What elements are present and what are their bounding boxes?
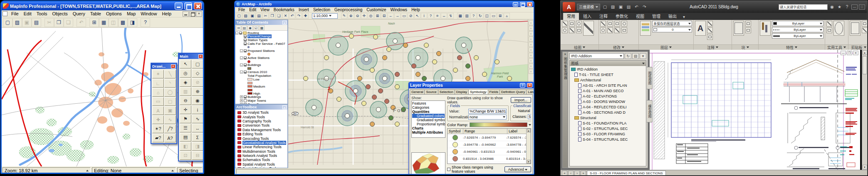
insert-block-icon[interactable] [733,21,744,36]
label-icon[interactable]: ⚑ [180,115,191,123]
qat-new-icon[interactable]: ▢ [602,4,608,10]
stretch-icon[interactable] [614,21,620,27]
clear-selection-icon[interactable]: ⊘ [408,13,414,19]
arc-tool-icon[interactable]: ◝ [164,79,176,88]
delete-icon[interactable]: ✕ [282,13,289,19]
paste-icon[interactable]: ❏ [276,13,282,19]
sheet-item[interactable]: A-03 - DOORS WINDOW [570,99,646,104]
lineweight-combobox[interactable]: ByLayer [772,33,823,39]
menu-item[interactable]: Edit [247,7,258,12]
forward-extent-icon[interactable]: → [394,13,401,19]
table-icon[interactable] [707,34,713,40]
qat-plot-icon[interactable]: ▤ [626,4,632,10]
frame-tool-icon[interactable]: ▣ [164,106,176,115]
marquee-select-icon[interactable]: ▢ [192,60,203,68]
change-zoom-icon[interactable]: ◉ [192,96,203,105]
symbol-tool-icon[interactable]: ✶ [152,70,164,78]
close-icon[interactable]: ✕ [564,53,566,56]
legend-icon[interactable]: ▤ [180,133,191,142]
panel-label[interactable]: 特性 [759,44,825,50]
menu-item[interactable]: Window [138,11,159,17]
assign-selected-icon[interactable]: ◨ [192,142,203,151]
normalization-combobox[interactable]: none [468,115,507,120]
menu-item[interactable]: File [236,7,247,12]
line-icon[interactable] [562,21,568,27]
toc-layer-row[interactable]: Total Population [235,74,287,78]
status-zoom[interactable]: Zoom: 18.92 km [2,167,91,174]
toc-layer-row[interactable]: Station Types [235,38,287,42]
cut-clip-icon[interactable] [862,27,867,33]
visibility-checkbox[interactable] [244,64,247,66]
maximize-button[interactable] [184,2,192,10]
arctoolbox-icon[interactable]: ▦ [457,13,463,19]
layer-label[interactable]: Active Stations [247,56,270,60]
line-style-icon[interactable]: ╱? [164,125,176,133]
sheet-item[interactable]: S-02 - STRUCTURAL SEC [570,126,646,131]
select-features-icon[interactable]: ▭ [401,13,407,19]
dialog-tab[interactable]: Labels [526,89,534,94]
print-icon[interactable]: ▤ [256,13,262,19]
menu-item[interactable]: View [258,7,272,12]
arc-icon[interactable] [576,21,582,27]
toc-layer-row[interactable]: -Census 2010 [235,71,287,74]
polygon-tool-icon[interactable]: ⌂ [152,88,164,97]
close-button[interactable] [527,2,532,7]
toolbox-item[interactable]: Network Analyst Tools [235,154,287,158]
scroll-up-icon[interactable]: ▲ [863,50,867,55]
help-icon[interactable]: ? [520,83,525,88]
autocad-titlebar[interactable]: A 三维建模 ▢ ▨ ▣ ▤ ↶ ↷ AutoCAD 2011 SBldg.dw… [561,1,867,13]
region-style-icon[interactable]: ▰? [152,134,164,142]
dialog-tab[interactable]: Selection [438,89,455,94]
menu-item[interactable]: Help [409,7,422,12]
clip-region-on-icon[interactable]: ⊡ [180,151,191,160]
mirror-icon[interactable] [607,27,613,33]
undo-icon[interactable]: ↶ [289,13,295,19]
sheet-list-header[interactable]: 图纸 [570,61,646,66]
cut-icon[interactable]: ✂ [45,18,54,27]
qat-redo-icon[interactable]: ↷ [641,4,648,10]
table-scrollbar[interactable]: ▲ ▼ [526,129,531,164]
visibility-checkbox[interactable] [244,71,247,73]
layer-label[interactable]: Low [253,78,260,81]
clip-region-icon[interactable]: ⊟ [192,151,203,160]
radius-select-icon[interactable]: ◎ [180,69,191,78]
publish-icon[interactable]: ▤ [632,53,639,59]
qat-save-icon[interactable]: ▣ [618,4,624,10]
ribbon-tab[interactable]: 参数化 [612,12,632,20]
color-ramp-combobox[interactable] [470,122,527,127]
menu-item[interactable]: Geoprocessing [332,7,364,12]
tab-sheet-views[interactable]: 图纸视图 [647,67,653,89]
drag-map-window-icon[interactable]: ∿ [192,115,203,123]
sheet-item[interactable]: S-04 - STRUCTURAL SEC [570,137,646,142]
redo-icon[interactable]: ↷ [296,13,302,19]
toc-layer-row[interactable] [235,88,287,92]
sheet-item[interactable]: A-04 - REFLECTED CEILI [570,104,646,110]
chart-icon[interactable]: ▵ [504,13,510,19]
menu-item[interactable]: Windows [388,7,410,12]
visibility-checkbox[interactable] [244,39,247,42]
toolbox-item[interactable]: Multidimension Tools [235,149,287,154]
mapinfo-map-canvas[interactable]: Drawi... ✕ ✶╲∟◝⌂◯▭▢A▣✚∿✶?╱?▰?A? Main ✕ ↖… [2,28,203,166]
toc-layer-row[interactable] [235,60,287,64]
active-layout-tab[interactable]: S-03 - FLOOR FRAMING PLAN AND SECTIONS [587,171,666,176]
search-input[interactable] [779,4,828,10]
toc-layer-row[interactable]: -Proposed Stations [235,49,287,53]
maximize-button[interactable] [520,2,525,7]
identify-icon[interactable]: i [421,13,427,19]
layer-label[interactable]: Buildings [247,63,261,67]
ribbon-tab[interactable]: 视图 [632,12,648,20]
toc-layer-row[interactable]: Medium [235,85,287,88]
mdi-close-button[interactable]: ✕ [196,11,202,17]
menu-item[interactable]: Selection [311,7,332,12]
catalog-icon[interactable]: ▥ [464,13,470,19]
expander-icon[interactable]: - [240,64,243,66]
reshape-icon[interactable]: ✚ [152,115,164,124]
toc-layer-row[interactable]: Calls For Service - Feb07 [235,42,287,46]
show-list-item[interactable]: Graduated colors [412,114,445,118]
classes-combobox[interactable]: 5 [528,114,531,119]
list-by-selection-icon[interactable]: ☑ [253,25,259,30]
new-redistricter-icon[interactable]: ◨ [128,18,137,27]
fixed-zoom-out-icon[interactable]: ⊟ [381,13,387,19]
visibility-checkbox[interactable] [239,32,242,34]
menu-item[interactable]: Objects [49,11,70,17]
